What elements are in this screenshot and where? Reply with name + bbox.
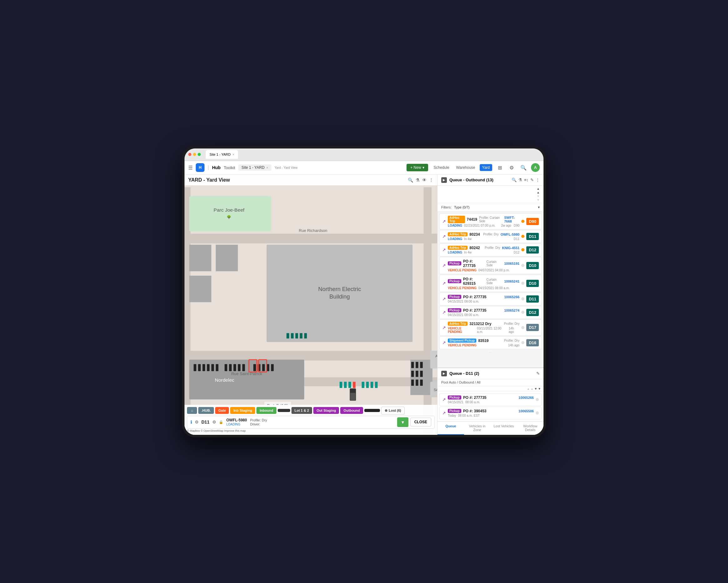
d11-sort-down-1[interactable]: ▼ [534,387,537,391]
sort-down-arrow[interactable]: ▼ [537,194,540,198]
queue-item[interactable]: ↗ AdHoc Trip 80234 Profile: Dry OWFL-598… [439,230,542,243]
queue-item[interactable]: ↗ AdHoc Trip 3213212 Dry Profile: Dry VE… [439,319,542,336]
queue-item[interactable]: ↗ AdHoc Trip 74419 Profile: Curtain Side… [439,213,542,230]
sort-down-2-arrow[interactable]: ▼ [537,198,540,202]
qi-info: Shipment Pickup 83519 Profile: Dry VEHIC… [448,339,519,347]
queue-search-icon[interactable]: 🔍 [512,178,517,182]
zone-inbound-btn[interactable]: Inbound [256,407,276,414]
d11-item-row1: Pickup PO #: 277735 10065266 [448,395,534,400]
tab-workflow-details[interactable]: Workflow Details [517,422,544,435]
map-panel: YARD - Yard View 🔍 ⚗ 👁 ⋮ [184,175,437,435]
d11-list-item[interactable]: ↗ Pickup PO #: 390453 10065506 Today [439,407,542,420]
search-icon[interactable]: 🔍 [519,163,528,172]
queue-item[interactable]: ↗ Pickup PO #: 277735 10065274 04/15/202… [439,306,542,319]
qi-dot [521,235,524,238]
tab-queue[interactable]: Queue [438,422,464,435]
nav-yard[interactable]: Yard [480,164,492,171]
qi-type-badge: AdHoc Trip [448,232,468,236]
queue-sort-icon[interactable]: ≡↕ [524,178,528,182]
d11-item-row2: 04/15/2021 08:00 a.m. [448,400,534,404]
d11-sort-down-2[interactable]: ▼ [538,387,541,391]
d11-info-icon[interactable]: ℹ [190,420,192,425]
svg-rect-28 [253,364,256,371]
zone-lost-btn[interactable]: ⊗ Lost (6) [381,407,405,415]
tab-vehicles-in-zone[interactable]: Vehicles in Zone [464,422,491,435]
d11-close-btn[interactable]: CLOSE [410,418,431,426]
expand-dot[interactable] [198,153,201,156]
map-eye-icon[interactable]: 👁 [422,178,426,183]
d11-item-row1: Pickup PO #: 390453 10065506 [448,409,534,413]
d11-expand-btn[interactable]: ▾ [397,417,409,427]
hamburger-icon[interactable]: ☰ [188,165,192,171]
nav-links: Schedule Warehouse Yard [431,164,492,171]
queue-item[interactable]: ↗ Pickup PO #: 277735 Curtain Side 10065… [439,257,542,274]
d11-sort-up-2[interactable]: ▲ [530,387,534,391]
settings-icon[interactable]: ⚙ [507,163,516,172]
d11-item-date: Today [448,414,456,417]
qi-info: Pickup PO #: 277735 Curtain Side 1006519… [448,259,519,272]
qi-row1: AdHoc Trip 80234 Profile: Dry OWFL-5980 [448,232,519,237]
zone-black-btn[interactable] [278,409,290,412]
svg-rect-79 [350,393,356,400]
sort-up-2-arrow[interactable]: ▲ [537,191,540,194]
svg-text:🌳: 🌳 [227,215,231,219]
queue-more-icon[interactable]: ⋮ [536,178,540,182]
site-subtitle: Yard - Yard View [275,166,298,169]
nav-warehouse[interactable]: Warehouse [454,164,478,171]
qi-type-badge: AdHoc Trip [448,246,468,250]
queue-item[interactable]: ↗ Pickup PO #: 629315 Curtain Side 10065… [439,275,542,292]
d11-item-type: Pickup [448,409,461,413]
d11-sort: ▲ ▲ ▼ ▼ [438,387,544,391]
qi-row1: Pickup PO #: 629315 Curtain Side 1006524… [448,277,519,286]
qi-profile-label: Profile: Dry [504,339,519,342]
qi-row1: Pickup PO #: 277735 Curtain Side 1006519… [448,259,519,268]
browser-tab[interactable]: Site 1 - YARD × [206,150,238,159]
queue-filter-icon[interactable]: ⚗ [519,178,522,182]
map-more-icon[interactable]: ⋮ [429,178,434,183]
nav-schedule[interactable]: Schedule [431,164,452,171]
filter-chevron-icon[interactable]: ▾ [538,205,540,209]
qi-arrow-icon: ↗ [442,219,446,224]
zone-gate-btn[interactable]: Gate [215,407,229,414]
tab-close[interactable]: × [232,153,234,156]
queue-list[interactable]: ↗ AdHoc Trip 74419 Profile: Curtain Side… [438,212,544,367]
map-header: YARD - Yard View 🔍 ⚗ 👁 ⋮ [184,175,437,186]
sort-up-arrow[interactable]: ▲ [537,187,540,190]
minimize-dot[interactable] [193,153,196,156]
filters-value[interactable]: Type (0/7) [454,205,470,209]
d11-info-bar: ℹ D11 🔒 OWFL-5980 LOADING Profile: Dry [187,416,435,429]
user-avatar[interactable]: A [531,163,540,172]
zone-home-btn[interactable]: ⌂ [187,407,197,414]
queue-item[interactable]: ↗ AdHoc Trip 80242 Profile: Dry KNIG-455… [439,243,542,256]
d11-item-arrow: ↗ [442,410,446,416]
d11-list-item[interactable]: ↗ Pickup PO #: 277735 10065266 04/15/202… [439,393,542,406]
zone-outbound-btn[interactable]: Outbound [340,407,363,414]
grid-icon[interactable]: ⊞ [495,163,504,172]
svg-text:Northern Electric: Northern Electric [318,286,361,292]
qi-number: 74419 [467,217,477,222]
close-dot[interactable] [188,153,191,156]
main-content: YARD - Yard View 🔍 ⚗ 👁 ⋮ [184,175,544,435]
queue-item[interactable]: ↗ Pickup PO #: 277735 10065266 04/15/202… [439,293,542,306]
zone-hub-btn[interactable]: .HUB. [198,407,214,414]
tab-lost-vehicles[interactable]: Lost Vehicles [491,422,517,435]
queue-edit-icon[interactable]: ✎ [530,178,534,182]
d11-queue-edit-icon[interactable]: ✎ [536,371,540,376]
svg-rect-45 [366,382,369,388]
zone-out-staging-btn[interactable]: Out Staging [313,407,339,414]
d11-sort-up-1[interactable]: ▲ [527,387,530,391]
new-button[interactable]: + New ▾ [407,164,428,171]
qi-profile-label: Profile: Dry [483,233,498,236]
zone-dark-btn[interactable] [364,409,380,412]
svg-rect-47 [375,382,378,388]
zone-lot-btn[interactable]: Lot 1 & 2 [291,407,312,414]
map-filter-icon[interactable]: ⚗ [416,178,420,183]
queue-item[interactable]: ↗ Shipment Pickup 83519 Profile: Dry VEH… [439,336,542,349]
map-search-icon[interactable]: 🔍 [408,178,413,183]
site-tab-close[interactable]: × [266,166,268,169]
qi-info: AdHoc Trip 80234 Profile: Dry OWFL-5980 … [448,232,519,241]
site-tab[interactable]: Site 1 - YARD × [238,164,271,171]
zone-inb-staging-btn[interactable]: Inb Staging [230,407,255,414]
svg-rect-60 [430,351,437,369]
browser-dots [188,153,201,156]
